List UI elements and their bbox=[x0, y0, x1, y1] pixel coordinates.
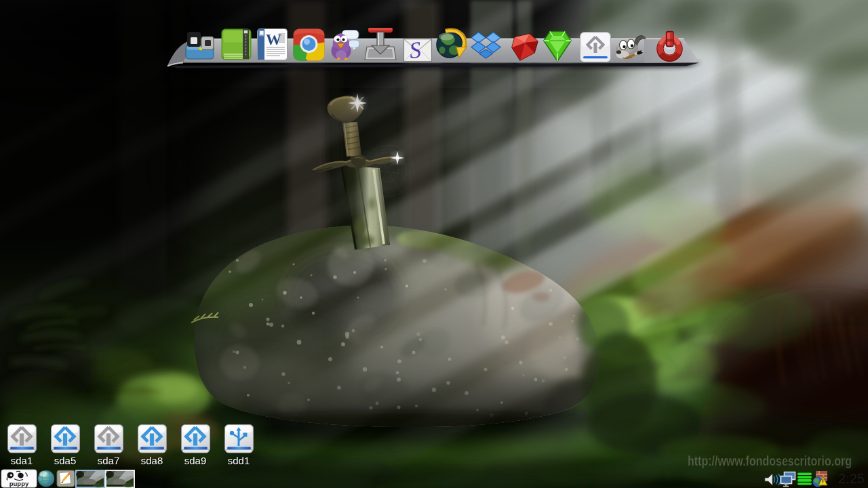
svg-text:sda8: sda8 bbox=[141, 455, 163, 466]
svg-text:http://www.fondosescritorio.or: http://www.fondosescritorio.org bbox=[688, 453, 852, 468]
svg-text:sda9: sda9 bbox=[184, 455, 207, 466]
svg-text:sda5: sda5 bbox=[54, 455, 77, 466]
svg-text:puppy: puppy bbox=[9, 480, 29, 487]
svg-text:2:25: 2:25 bbox=[838, 471, 865, 486]
svg-text:sdd1: sdd1 bbox=[228, 455, 250, 466]
svg-text:sda1: sda1 bbox=[11, 455, 33, 466]
svg-text:sda7: sda7 bbox=[98, 455, 120, 466]
